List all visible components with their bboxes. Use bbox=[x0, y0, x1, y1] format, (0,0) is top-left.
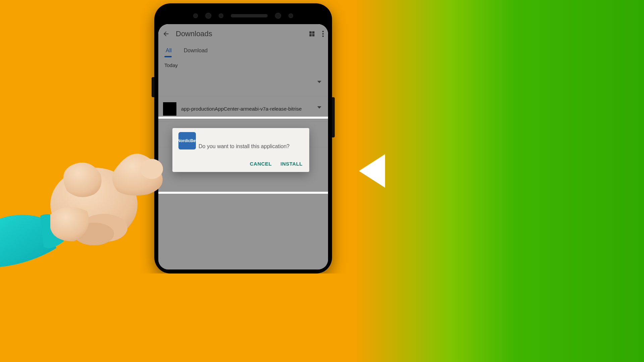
app-header: Downloads bbox=[158, 24, 328, 44]
list-item[interactable] bbox=[158, 71, 328, 96]
file-thumb-icon bbox=[163, 102, 176, 116]
grid-view-icon[interactable] bbox=[309, 31, 315, 37]
cancel-button[interactable]: CANCEL bbox=[250, 161, 272, 167]
tab-all[interactable]: All bbox=[164, 44, 173, 57]
phone-screen: Downloads All Download Today app-product… bbox=[158, 24, 328, 269]
svg-point-5 bbox=[74, 223, 114, 245]
tabs: All Download bbox=[158, 44, 328, 57]
phone-top-hardware bbox=[154, 11, 332, 21]
speaker-grille bbox=[231, 14, 268, 17]
app-icon: NordicBet bbox=[178, 132, 196, 149]
back-icon[interactable] bbox=[162, 30, 170, 38]
svg-point-1 bbox=[322, 33, 324, 35]
svg-point-4 bbox=[80, 214, 127, 242]
svg-point-3 bbox=[50, 168, 138, 241]
list-item-apk[interactable]: app-productionAppCenter-armeabi-v7a-rele… bbox=[158, 96, 328, 122]
sensor-icon bbox=[288, 13, 293, 18]
chevron-down-icon bbox=[317, 81, 321, 83]
phone-mockup: Downloads All Download Today app-product… bbox=[154, 3, 332, 274]
install-button[interactable]: INSTALL bbox=[280, 161, 303, 167]
page-title: Downloads bbox=[176, 29, 212, 38]
svg-point-2 bbox=[322, 36, 324, 37]
tab-download[interactable]: Download bbox=[182, 44, 209, 57]
install-dialog: NordicBet Do you want to install this ap… bbox=[172, 128, 309, 172]
file-name: app-productionAppCenter-armeabi-v7a-rele… bbox=[181, 106, 302, 112]
chevron-down-icon bbox=[317, 106, 321, 109]
front-camera-icon bbox=[275, 13, 281, 19]
section-today: Today bbox=[158, 57, 328, 71]
svg-point-0 bbox=[322, 31, 324, 32]
more-icon[interactable] bbox=[322, 31, 324, 37]
dialog-message: Do you want to install this application? bbox=[178, 142, 303, 160]
sensor-icon bbox=[193, 13, 198, 18]
pointer-arrow-icon bbox=[359, 154, 385, 188]
front-camera-icon bbox=[205, 13, 211, 19]
hand-pointer-illustration bbox=[0, 141, 181, 274]
sensor-icon bbox=[219, 13, 223, 18]
